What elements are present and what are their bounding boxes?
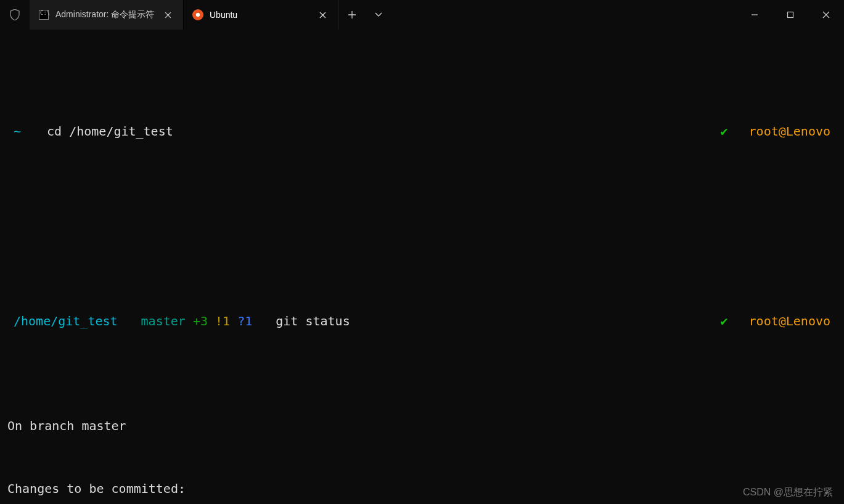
close-icon[interactable] bbox=[161, 8, 174, 22]
new-tab-button[interactable] bbox=[338, 0, 365, 30]
cwd-segment: /home/git_test bbox=[7, 311, 124, 331]
command-text: cd /home/git_test bbox=[36, 121, 179, 142]
tabs-container: Administrator: 命令提示符 Ubuntu bbox=[30, 0, 392, 30]
tab-label: Ubuntu bbox=[210, 10, 237, 20]
minimize-button[interactable] bbox=[737, 0, 772, 30]
git-status-segment: master +3 !1 ?1 bbox=[133, 311, 256, 331]
segment-arrow-left-icon bbox=[706, 121, 715, 142]
tab-label: Administrator: 命令提示符 bbox=[55, 9, 154, 20]
prompt-row-0: ~ cd /home/git_test ✔ root@Lenovo bbox=[7, 121, 837, 142]
app-menu-icon[interactable] bbox=[0, 0, 30, 30]
segment-arrow-icon bbox=[256, 311, 264, 331]
tab-cmd[interactable]: Administrator: 命令提示符 bbox=[30, 0, 184, 30]
window-close-button[interactable] bbox=[808, 0, 844, 30]
cmd-icon bbox=[38, 9, 49, 20]
close-icon[interactable] bbox=[316, 8, 329, 22]
tab-dropdown-button[interactable] bbox=[365, 0, 392, 30]
segment-arrow-left-icon bbox=[734, 311, 743, 331]
output-line: On branch master bbox=[7, 415, 837, 436]
shield-icon bbox=[10, 9, 20, 20]
ubuntu-icon bbox=[192, 9, 203, 20]
segment-arrow-icon bbox=[124, 311, 133, 331]
window-controls bbox=[737, 0, 844, 30]
terminal[interactable]: ~ cd /home/git_test ✔ root@Lenovo /home/… bbox=[0, 30, 844, 504]
segment-arrow-left-icon bbox=[734, 121, 743, 142]
tab-ubuntu[interactable]: Ubuntu bbox=[184, 0, 338, 30]
svg-rect-0 bbox=[788, 12, 793, 18]
home-segment: ~ bbox=[7, 121, 27, 142]
output-line: Changes to be committed: bbox=[7, 478, 837, 499]
segment-arrow-icon bbox=[27, 121, 36, 142]
titlebar: Administrator: 命令提示符 Ubuntu bbox=[0, 0, 844, 30]
status-check: ✔ bbox=[715, 121, 734, 142]
command-text: git status bbox=[264, 311, 356, 331]
segment-arrow-left-icon bbox=[706, 311, 715, 331]
maximize-button[interactable] bbox=[772, 0, 808, 30]
userhost-segment: root@Lenovo bbox=[743, 121, 837, 142]
prompt-row-1: /home/git_test master +3 !1 ?1 git statu… bbox=[7, 311, 837, 331]
userhost-segment: root@Lenovo bbox=[743, 311, 837, 331]
status-check: ✔ bbox=[715, 311, 734, 331]
watermark: CSDN @思想在拧紧 bbox=[743, 486, 833, 499]
